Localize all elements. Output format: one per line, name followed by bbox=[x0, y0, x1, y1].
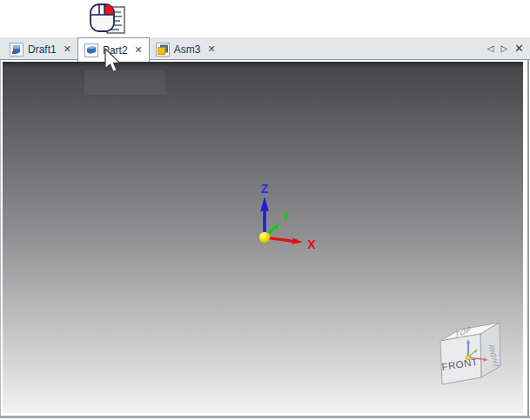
scroll-tabs-left-icon[interactable]: ◁ bbox=[487, 44, 494, 53]
coordinate-triad: Y X Z bbox=[235, 174, 331, 261]
part-document-icon bbox=[84, 43, 98, 57]
x-axis: X bbox=[265, 237, 316, 251]
z-axis: Z bbox=[260, 182, 269, 237]
scroll-tabs-right-icon[interactable]: ▷ bbox=[500, 44, 507, 53]
tab-bar-controls: ◁ ▷ ✕ bbox=[487, 43, 530, 59]
close-document-icon[interactable]: ✕ bbox=[514, 43, 524, 54]
application-window: Draft1 ✕ Part2 ✕ Asm3 ✕ bbox=[0, 0, 530, 420]
mouse-cursor-icon bbox=[104, 48, 121, 75]
mouse-icon bbox=[91, 4, 114, 31]
faded-overlay-rectangle bbox=[84, 70, 165, 95]
window-frame-right bbox=[527, 60, 529, 418]
tab-draft1[interactable]: Draft1 ✕ bbox=[3, 39, 77, 59]
document-tab-bar: Draft1 ✕ Part2 ✕ Asm3 ✕ bbox=[0, 37, 530, 60]
y-axis-label: Y bbox=[281, 210, 290, 223]
z-axis-label: Z bbox=[261, 182, 269, 196]
close-icon[interactable]: ✕ bbox=[135, 45, 143, 55]
view-cube[interactable]: FRONT TOP RIGHT bbox=[433, 318, 513, 398]
3d-viewport[interactable]: Y X Z FRONT bbox=[3, 62, 523, 413]
origin-sphere bbox=[259, 232, 270, 243]
window-frame-bottom bbox=[0, 416, 530, 418]
x-axis-label: X bbox=[307, 237, 316, 251]
y-axis: Y bbox=[265, 210, 290, 237]
close-icon[interactable]: ✕ bbox=[208, 44, 216, 54]
close-icon[interactable]: ✕ bbox=[64, 44, 71, 54]
tab-label: Asm3 bbox=[174, 43, 201, 56]
tab-label: Draft1 bbox=[28, 43, 57, 56]
window-frame-left bbox=[0, 60, 1, 418]
assembly-document-icon bbox=[156, 43, 170, 57]
draft-document-icon bbox=[10, 43, 23, 57]
tab-asm3[interactable]: Asm3 ✕ bbox=[150, 39, 222, 59]
right-mouse-button-hint-icon bbox=[89, 1, 127, 36]
